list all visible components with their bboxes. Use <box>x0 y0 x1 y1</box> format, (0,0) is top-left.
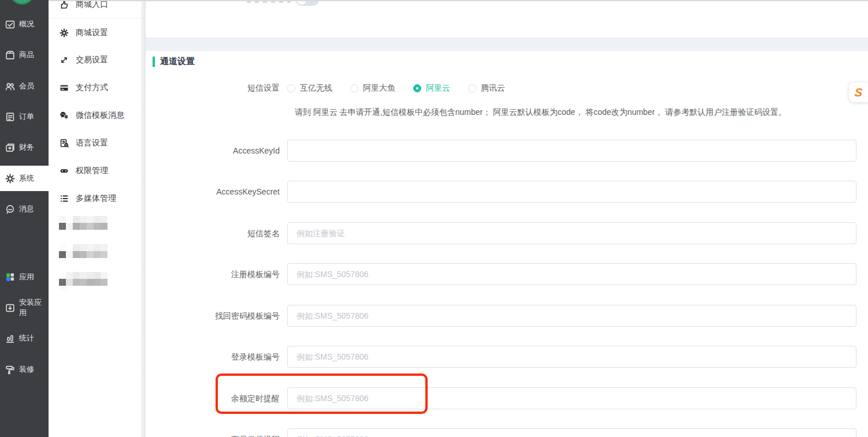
field-row-accesskeysecret: AccessKeySecret <box>146 181 856 203</box>
app-logo[interactable] <box>10 0 34 5</box>
redacted-menu-item[interactable] <box>59 216 107 230</box>
sms-provider-radio-group: 互亿无线 阿里大鱼 阿里云 腾讯云 <box>287 83 505 94</box>
accesskeyid-input[interactable] <box>287 140 856 162</box>
nav-item-orders[interactable]: 订单 <box>0 104 49 129</box>
mall-entrance-icon <box>60 0 69 9</box>
login-template-input[interactable] <box>287 346 856 368</box>
permission-icon <box>60 166 69 175</box>
submenu-item-permission[interactable]: 权限管理 <box>49 159 141 182</box>
field-row-login-template: 登录模板编号 <box>146 346 856 368</box>
submenu-item-mall-entrance[interactable]: 商城入口 <box>49 0 141 16</box>
media-icon <box>60 194 69 203</box>
members-icon <box>5 81 15 91</box>
install-app-icon <box>5 303 15 313</box>
language-icon <box>60 139 69 148</box>
nav-item-decorate[interactable]: 装修 <box>0 357 49 382</box>
register-template-input[interactable] <box>287 263 856 285</box>
submenu-item-wechat-template[interactable]: 微信模板消息 <box>49 104 141 127</box>
submenu-item-trade-settings[interactable]: 交易设置 <box>49 48 141 72</box>
submenu-item-payment[interactable]: 支付方式 <box>49 76 141 99</box>
nav-item-overview[interactable]: 概况 <box>0 12 49 37</box>
message-icon <box>5 204 15 214</box>
nav-item-system[interactable]: 系统 <box>0 166 49 191</box>
field-row-register-template: 注册模板编号 <box>146 263 856 285</box>
radio-circle <box>413 84 421 92</box>
floating-extension-tab[interactable]: S <box>849 83 868 102</box>
accesskeysecret-input[interactable] <box>287 181 856 203</box>
radio-aliyun[interactable]: 阿里云 <box>413 83 450 94</box>
section-header: 通道设置 <box>153 56 195 67</box>
stats-icon <box>5 334 15 343</box>
password-recovery-template-input[interactable] <box>287 305 856 327</box>
radio-tencent-cloud[interactable]: 腾讯云 <box>468 83 505 94</box>
nav-item-apps[interactable]: 应用 <box>0 264 49 290</box>
previous-settings-card <box>146 1 868 38</box>
submenu-item-media[interactable]: 多媒体管理 <box>49 187 141 210</box>
finance-icon <box>5 143 15 152</box>
nav-item-members[interactable]: 会员 <box>0 73 49 99</box>
s-logo-icon: S <box>854 87 863 98</box>
submenu-item-language[interactable]: 语言设置 <box>49 132 141 155</box>
orders-icon <box>5 112 15 122</box>
primary-sidebar: 概况 商品 会员 订单 财务 系统 消息 应用 安装应用 统计 <box>0 0 49 437</box>
sms-signature-input[interactable] <box>287 222 856 244</box>
radio-circle <box>287 84 295 92</box>
overview-icon <box>5 20 15 29</box>
cut-off-label <box>247 1 291 3</box>
field-row-accesskeyid: AccessKeyId <box>146 140 856 162</box>
nav-item-finance[interactable]: 财务 <box>0 135 49 160</box>
radio-circle <box>350 84 358 92</box>
nav-item-install-apps[interactable]: 安装应用 <box>0 295 49 320</box>
submenu-divider <box>49 18 141 18</box>
main-content: 通道设置 短信设置 互亿无线 阿里大鱼 阿里云 腾讯云 <box>146 0 868 437</box>
decorate-icon <box>5 365 15 375</box>
field-row-shipping-reminder: 商品发货提醒 <box>146 428 856 437</box>
submenu-item-mall-settings[interactable]: 商城设置 <box>49 21 141 44</box>
nav-item-stats[interactable]: 统计 <box>0 326 49 351</box>
payment-icon <box>60 83 69 92</box>
radio-ali-dayu[interactable]: 阿里大鱼 <box>350 83 395 94</box>
field-row-sms-signature: 短信签名 <box>146 222 856 244</box>
field-row-balance-reminder: 余额定时提醒 <box>146 387 856 409</box>
section-title: 通道设置 <box>160 56 195 67</box>
redacted-menu-item[interactable] <box>59 244 107 263</box>
nav-item-message[interactable]: 消息 <box>0 196 49 222</box>
nav-item-goods[interactable]: 商品 <box>0 42 49 68</box>
aliyun-help-text: 请到 阿里云 去申请开通,短信模板中必须包含number； 阿里云默认模板为co… <box>295 107 851 118</box>
field-row-password-recovery-template: 找回密码模板编号 <box>146 305 856 327</box>
system-icon <box>5 174 15 184</box>
goods-icon <box>5 50 15 60</box>
mall-settings-icon <box>60 28 69 38</box>
radio-huyi-wireless[interactable]: 互亿无线 <box>287 83 332 94</box>
apps-icon <box>5 272 15 282</box>
shipping-reminder-template-input[interactable] <box>287 428 856 437</box>
radio-circle <box>468 84 476 92</box>
balance-reminder-template-input[interactable] <box>287 387 856 409</box>
section-accent-bar <box>153 57 155 67</box>
top-edge-divider <box>49 0 868 1</box>
sms-setting-label: 短信设置 <box>146 83 287 94</box>
redacted-menu-item[interactable] <box>59 272 107 290</box>
secondary-sidebar: 商城入口 商城设置 交易设置 支付方式 微信模板消息 语言设置 <box>49 0 141 437</box>
submenu-scrollbar[interactable] <box>141 0 146 437</box>
sms-provider-row: 短信设置 互亿无线 阿里大鱼 阿里云 腾讯云 <box>146 83 856 94</box>
channel-settings-card: 通道设置 短信设置 互亿无线 阿里大鱼 阿里云 腾讯云 <box>146 51 868 437</box>
wechat-template-icon <box>60 111 69 120</box>
trade-settings-icon <box>60 55 69 65</box>
